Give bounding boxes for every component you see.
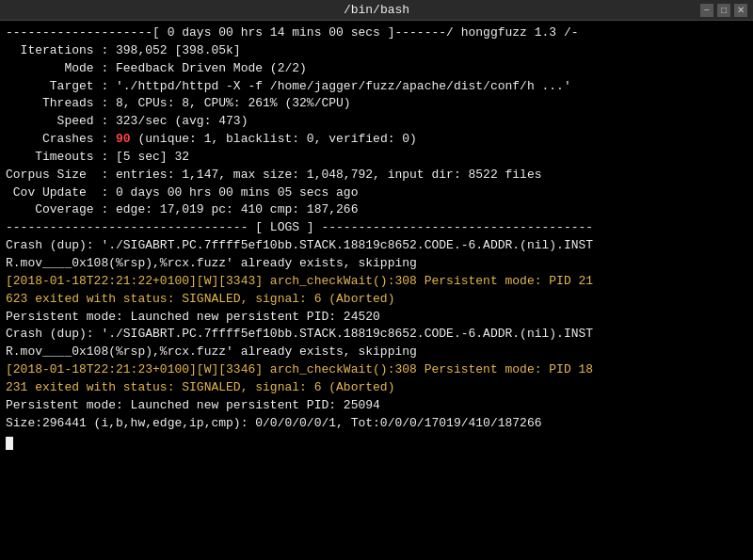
maximize-button[interactable]: □ [717, 4, 730, 17]
terminal-line: Timeouts : [5 sec] 32 [6, 149, 747, 167]
terminal-line: [2018-01-18T22:21:23+0100][W][3346] arch… [6, 361, 747, 379]
terminal-line: Speed : 323/sec (avg: 473) [6, 113, 747, 131]
terminal-line: Coverage : edge: 17,019 pc: 410 cmp: 187… [6, 201, 747, 219]
terminal-line: Crash (dup): './SIGABRT.PC.7ffff5ef10bb.… [6, 326, 747, 344]
cursor-line [6, 432, 747, 450]
terminal-line: 623 exited with status: SIGNALED, signal… [6, 291, 747, 309]
terminal-line: Iterations : 398,052 [398.05k] [6, 42, 747, 60]
terminal-line: Threads : 8, CPUs: 8, CPU%: 261% (32%/CP… [6, 95, 747, 113]
close-button[interactable]: ✕ [734, 4, 747, 17]
terminal-line: Cov Update : 0 days 00 hrs 00 mins 05 se… [6, 184, 747, 202]
terminal-line: Corpus Size : entries: 1,147, max size: … [6, 167, 747, 184]
window-controls[interactable]: − □ ✕ [700, 4, 747, 17]
terminal-line: Persistent mode: Launched new persistent… [6, 309, 747, 327]
terminal-line: Mode : Feedback Driven Mode (2/2) [6, 60, 747, 78]
terminal-line: [2018-01-18T22:21:22+0100][W][3343] arch… [6, 273, 747, 291]
terminal-line: Crashes : 90 (unique: 1, blacklist: 0, v… [6, 131, 747, 149]
terminal-line: 231 exited with status: SIGNALED, signal… [6, 379, 747, 397]
minimize-button[interactable]: − [700, 4, 713, 17]
terminal-line: Crash (dup): './SIGABRT.PC.7ffff5ef10bb.… [6, 237, 747, 255]
terminal-line: --------------------[ 0 days 00 hrs 14 m… [6, 24, 747, 42]
crashes-count: 90 [116, 132, 131, 146]
title-bar: /bin/bash − □ ✕ [0, 0, 753, 21]
terminal-line: --------------------------------- [ LOGS… [6, 219, 747, 237]
terminal-line: R.mov____0x108(%rsp),%rcx.fuzz' already … [6, 255, 747, 273]
window-title: /bin/bash [53, 3, 700, 17]
terminal-line: Target : './httpd/httpd -X -f /home/jagg… [6, 78, 747, 96]
terminal-line: Size:296441 (i,b,hw,edge,ip,cmp): 0/0/0/… [6, 415, 747, 433]
terminal-output: --------------------[ 0 days 00 hrs 14 m… [0, 21, 753, 560]
terminal-line: R.mov____0x108(%rsp),%rcx.fuzz' already … [6, 344, 747, 361]
terminal-cursor [6, 437, 13, 450]
terminal-line: Persistent mode: Launched new persistent… [6, 397, 747, 415]
